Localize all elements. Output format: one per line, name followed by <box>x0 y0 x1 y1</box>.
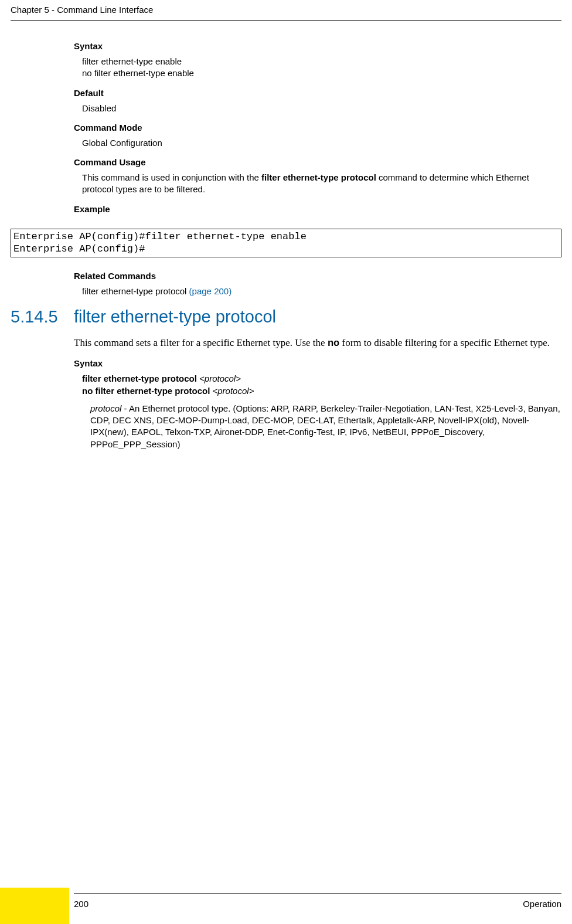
running-header: Chapter 5 - Command Line Interface <box>11 5 153 15</box>
footer-section-label: Operation <box>523 899 561 909</box>
opt-desc: - An Ethernet protocol type. (Options: A… <box>90 403 560 449</box>
opt-name: protocol <box>90 403 121 413</box>
syntax-line-2: no filter ethernet-type enable <box>82 67 561 79</box>
related-text: filter ethernet-type protocol <box>82 286 189 296</box>
section-title: filter ethernet-type protocol <box>74 307 276 327</box>
footer-rule <box>74 893 561 894</box>
section-body: This command sets a filter for a specifi… <box>74 335 561 450</box>
command-mode-value: Global Configuration <box>82 137 561 149</box>
syntax-label: Syntax <box>74 41 561 51</box>
section-number: 5.14.5 <box>11 307 58 327</box>
related-page-link[interactable]: (page 200) <box>189 286 232 296</box>
top-rule <box>11 20 561 21</box>
default-value: Disabled <box>82 103 561 114</box>
default-label: Default <box>74 88 561 98</box>
syntax2-line-2: no filter ethernet-type protocol <protoc… <box>82 385 561 397</box>
syntax-line-1: filter ethernet-type enable <box>82 56 561 67</box>
s2l1-italic: <protocol> <box>199 373 241 383</box>
page-number: 200 <box>74 899 88 909</box>
command-mode-label: Command Mode <box>74 123 561 133</box>
s2l2-bold: no filter ethernet-type protocol <box>82 386 213 396</box>
example-code-box: Enterprise AP(config)#filter ethernet-ty… <box>11 229 561 257</box>
protocol-options: protocol - An Ethernet protocol type. (O… <box>90 403 561 450</box>
usage-bold: filter ethernet-type protocol <box>261 172 376 182</box>
page: Chapter 5 - Command Line Interface Synta… <box>0 0 572 924</box>
section-intro: This command sets a filter for a specifi… <box>74 335 561 351</box>
yellow-tab <box>0 888 69 924</box>
example-label: Example <box>74 204 561 214</box>
related-commands-line: filter ethernet-type protocol (page 200) <box>82 286 561 297</box>
s2l1-bold: filter ethernet-type protocol <box>82 373 199 383</box>
intro-pre: This command sets a filter for a specifi… <box>74 337 328 348</box>
command-usage-text: This command is used in conjunction with… <box>82 172 561 196</box>
usage-pre: This command is used in conjunction with… <box>82 172 261 182</box>
s2l2-italic: <protocol> <box>213 386 254 396</box>
syntax2-line-1: filter ethernet-type protocol <protocol> <box>82 373 561 385</box>
intro-post: form to disable filtering for a specific… <box>339 337 550 348</box>
command-usage-label: Command Usage <box>74 157 561 167</box>
intro-bold: no <box>328 338 339 349</box>
related-commands-label: Related Commands <box>74 271 561 281</box>
related-block: Related Commands filter ethernet-type pr… <box>74 263 561 297</box>
syntax2-label: Syntax <box>74 358 561 368</box>
content-area: Syntax filter ethernet-type enable no fi… <box>74 38 561 219</box>
